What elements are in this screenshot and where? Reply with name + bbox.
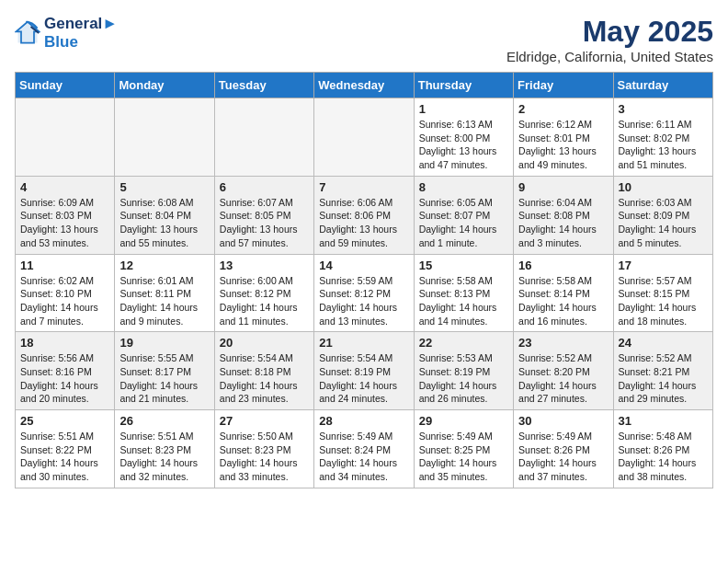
calendar-week-row: 4Sunrise: 6:09 AMSunset: 8:03 PMDaylight…: [16, 176, 713, 254]
calendar-cell: 18Sunrise: 5:56 AMSunset: 8:16 PMDayligh…: [16, 332, 115, 410]
day-info: Sunrise: 5:58 AMSunset: 8:14 PMDaylight:…: [518, 274, 608, 328]
calendar-cell: 2Sunrise: 6:12 AMSunset: 8:01 PMDaylight…: [514, 98, 613, 177]
day-number: 8: [419, 180, 508, 194]
calendar-week-row: 1Sunrise: 6:13 AMSunset: 8:00 PMDaylight…: [16, 98, 713, 177]
calendar-cell: 27Sunrise: 5:50 AMSunset: 8:23 PMDayligh…: [214, 410, 313, 488]
calendar-cell: 8Sunrise: 6:05 AMSunset: 8:07 PMDaylight…: [414, 176, 513, 254]
day-number: 6: [220, 180, 309, 194]
day-number: 14: [319, 259, 408, 272]
day-info: Sunrise: 5:48 AMSunset: 8:26 PMDaylight:…: [619, 430, 708, 484]
day-info: Sunrise: 5:53 AMSunset: 8:19 PMDaylight:…: [419, 351, 508, 406]
day-number: 15: [419, 259, 508, 272]
day-info: Sunrise: 6:11 AMSunset: 8:02 PMDaylight:…: [619, 118, 708, 172]
day-info: Sunrise: 5:50 AMSunset: 8:23 PMDaylight:…: [220, 430, 309, 484]
day-number: 9: [518, 180, 608, 194]
weekday-header-thursday: Thursday: [414, 73, 513, 98]
day-number: 29: [419, 414, 508, 428]
calendar-cell: 13Sunrise: 6:00 AMSunset: 8:12 PMDayligh…: [214, 254, 313, 332]
calendar-cell: 6Sunrise: 6:07 AMSunset: 8:05 PMDaylight…: [214, 176, 313, 254]
weekday-header-tuesday: Tuesday: [214, 73, 313, 98]
day-number: 19: [119, 336, 209, 350]
calendar-week-row: 25Sunrise: 5:51 AMSunset: 8:22 PMDayligh…: [16, 410, 713, 488]
page-header: General► Blue May 2025 Eldridge, Califor…: [15, 15, 713, 64]
calendar-cell: 19Sunrise: 5:55 AMSunset: 8:17 PMDayligh…: [115, 332, 214, 410]
logo-icon: [15, 20, 40, 46]
calendar-cell: [314, 98, 414, 177]
day-info: Sunrise: 5:59 AMSunset: 8:12 PMDaylight:…: [319, 274, 408, 328]
title-block: May 2025 Eldridge, California, United St…: [506, 15, 713, 64]
calendar-cell: 15Sunrise: 5:58 AMSunset: 8:13 PMDayligh…: [414, 254, 513, 332]
month-title: May 2025: [506, 15, 713, 49]
day-number: 24: [619, 336, 708, 350]
day-info: Sunrise: 5:56 AMSunset: 8:16 PMDaylight:…: [20, 351, 109, 406]
logo-text: General► Blue: [44, 15, 118, 52]
weekday-header-friday: Friday: [514, 73, 613, 98]
calendar-cell: 28Sunrise: 5:49 AMSunset: 8:24 PMDayligh…: [314, 410, 414, 488]
calendar-cell: 21Sunrise: 5:54 AMSunset: 8:19 PMDayligh…: [314, 332, 414, 410]
day-info: Sunrise: 6:00 AMSunset: 8:12 PMDaylight:…: [220, 274, 309, 328]
day-number: 5: [119, 180, 209, 194]
day-number: 23: [518, 336, 608, 350]
calendar-cell: 5Sunrise: 6:08 AMSunset: 8:04 PMDaylight…: [115, 176, 214, 254]
weekday-header-row: SundayMondayTuesdayWednesdayThursdayFrid…: [16, 73, 713, 98]
day-info: Sunrise: 5:52 AMSunset: 8:21 PMDaylight:…: [619, 351, 708, 406]
calendar-cell: [16, 98, 115, 177]
logo: General► Blue: [15, 15, 118, 52]
day-number: 13: [220, 259, 309, 272]
day-info: Sunrise: 6:13 AMSunset: 8:00 PMDaylight:…: [419, 118, 508, 172]
day-info: Sunrise: 5:52 AMSunset: 8:20 PMDaylight:…: [518, 351, 608, 406]
day-info: Sunrise: 6:07 AMSunset: 8:05 PMDaylight:…: [220, 196, 309, 250]
day-info: Sunrise: 6:09 AMSunset: 8:03 PMDaylight:…: [20, 196, 109, 250]
weekday-header-monday: Monday: [115, 73, 214, 98]
calendar-cell: 1Sunrise: 6:13 AMSunset: 8:00 PMDaylight…: [414, 98, 513, 177]
weekday-header-sunday: Sunday: [16, 73, 115, 98]
day-number: 30: [518, 414, 608, 428]
day-info: Sunrise: 6:12 AMSunset: 8:01 PMDaylight:…: [518, 118, 608, 172]
day-info: Sunrise: 6:05 AMSunset: 8:07 PMDaylight:…: [419, 196, 508, 250]
day-number: 4: [20, 180, 109, 194]
calendar-table: SundayMondayTuesdayWednesdayThursdayFrid…: [15, 72, 713, 488]
calendar-cell: 23Sunrise: 5:52 AMSunset: 8:20 PMDayligh…: [514, 332, 613, 410]
calendar-week-row: 11Sunrise: 6:02 AMSunset: 8:10 PMDayligh…: [16, 254, 713, 332]
day-info: Sunrise: 6:06 AMSunset: 8:06 PMDaylight:…: [319, 196, 408, 250]
day-number: 27: [220, 414, 309, 428]
day-number: 1: [419, 102, 508, 116]
calendar-cell: 10Sunrise: 6:03 AMSunset: 8:09 PMDayligh…: [613, 176, 712, 254]
calendar-cell: [214, 98, 313, 177]
calendar-week-row: 18Sunrise: 5:56 AMSunset: 8:16 PMDayligh…: [16, 332, 713, 410]
calendar-cell: 29Sunrise: 5:49 AMSunset: 8:25 PMDayligh…: [414, 410, 513, 488]
day-number: 3: [619, 102, 708, 116]
day-info: Sunrise: 5:58 AMSunset: 8:13 PMDaylight:…: [419, 274, 508, 328]
weekday-header-saturday: Saturday: [613, 73, 712, 98]
day-number: 31: [619, 414, 708, 428]
day-info: Sunrise: 6:02 AMSunset: 8:10 PMDaylight:…: [20, 274, 109, 328]
calendar-cell: 26Sunrise: 5:51 AMSunset: 8:23 PMDayligh…: [115, 410, 214, 488]
calendar-cell: [115, 98, 214, 177]
day-number: 21: [319, 336, 408, 350]
calendar-cell: 12Sunrise: 6:01 AMSunset: 8:11 PMDayligh…: [115, 254, 214, 332]
day-info: Sunrise: 5:54 AMSunset: 8:19 PMDaylight:…: [319, 351, 408, 406]
location-title: Eldridge, California, United States: [506, 49, 713, 64]
day-number: 28: [319, 414, 408, 428]
calendar-cell: 20Sunrise: 5:54 AMSunset: 8:18 PMDayligh…: [214, 332, 313, 410]
calendar-cell: 30Sunrise: 5:49 AMSunset: 8:26 PMDayligh…: [514, 410, 613, 488]
day-number: 11: [20, 259, 109, 272]
calendar-cell: 22Sunrise: 5:53 AMSunset: 8:19 PMDayligh…: [414, 332, 513, 410]
calendar-cell: 11Sunrise: 6:02 AMSunset: 8:10 PMDayligh…: [16, 254, 115, 332]
day-info: Sunrise: 5:49 AMSunset: 8:25 PMDaylight:…: [419, 430, 508, 484]
day-info: Sunrise: 6:04 AMSunset: 8:08 PMDaylight:…: [518, 196, 608, 250]
day-number: 7: [319, 180, 408, 194]
day-info: Sunrise: 6:01 AMSunset: 8:11 PMDaylight:…: [119, 274, 209, 328]
calendar-cell: 3Sunrise: 6:11 AMSunset: 8:02 PMDaylight…: [613, 98, 712, 177]
calendar-cell: 31Sunrise: 5:48 AMSunset: 8:26 PMDayligh…: [613, 410, 712, 488]
weekday-header-wednesday: Wednesday: [314, 73, 414, 98]
day-number: 20: [220, 336, 309, 350]
day-number: 12: [119, 259, 209, 272]
day-info: Sunrise: 5:54 AMSunset: 8:18 PMDaylight:…: [220, 351, 309, 406]
day-number: 2: [518, 102, 608, 116]
calendar-cell: 24Sunrise: 5:52 AMSunset: 8:21 PMDayligh…: [613, 332, 712, 410]
day-info: Sunrise: 5:51 AMSunset: 8:23 PMDaylight:…: [119, 430, 209, 484]
day-info: Sunrise: 5:57 AMSunset: 8:15 PMDaylight:…: [619, 274, 708, 328]
day-number: 26: [119, 414, 209, 428]
day-number: 18: [20, 336, 109, 350]
